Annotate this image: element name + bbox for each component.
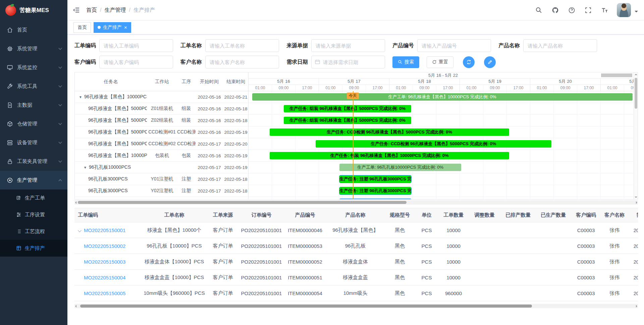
product-code-input[interactable] — [417, 39, 491, 52]
edit-square-icon — [16, 195, 21, 201]
help-button[interactable] — [568, 6, 576, 14]
column-header: 工序 — [177, 79, 196, 85]
fullscreen-button[interactable] — [584, 6, 592, 14]
scroll-down-arrow-icon[interactable] — [635, 197, 637, 198]
sidebar-item-process-flow[interactable]: 工艺流程 — [0, 223, 67, 240]
expand-chevron-icon[interactable] — [78, 228, 82, 232]
sidebar-item-process-settings[interactable]: 工序设置 — [0, 206, 67, 223]
gantt-task-table: 任务名 工作站 工序 开始时间 结束时间 96孔移液盒【黑色】10000PCS … — [75, 72, 249, 199]
breadcrumb-item-home[interactable]: 首页 — [86, 7, 97, 14]
search-submit-button[interactable]: 搜索 — [392, 56, 419, 68]
day-label: 5月 20 — [530, 78, 601, 85]
gantt-bar[interactable]: 生产任务: 注塑 96孔孔板3000PCS 完成比例: 0% — [339, 175, 411, 183]
scrollbar-thumb[interactable] — [80, 305, 532, 308]
search-button[interactable] — [535, 6, 543, 14]
sidebar-item-warehouse[interactable]: 仓储管理 — [0, 114, 67, 133]
customer-name-input[interactable] — [205, 56, 279, 68]
expand-triangle-icon[interactable] — [79, 94, 84, 99]
gantt-task-row[interactable]: 96孔移液盒【黑色】5000PCS Z02组装机 组装 2022-05-16 2… — [75, 115, 248, 126]
gantt-bar[interactable]: 生产任务: 注塑 96孔孔板3000PCS 完成比例: 0% — [339, 199, 411, 199]
work-order-link[interactable]: MO202205150005 — [84, 290, 125, 296]
work-order-name-input[interactable] — [205, 39, 279, 52]
breadcrumb-item-production[interactable]: 生产管理 — [104, 7, 126, 14]
gantt-bar[interactable]: 生产工单: 96孔孔板10000PCS 完成比例: 0% — [339, 164, 461, 171]
app-logo[interactable]: 苦糖果MES — [0, 0, 67, 20]
gantt-task-row[interactable]: 96孔移液盒【黑色】10000PCS 包装机 包装 2022-05-16 202… — [75, 150, 248, 162]
sidebar-item-work-order[interactable]: 生产工单 — [0, 189, 67, 206]
app-title: 苦糖果MES — [19, 6, 49, 14]
work-order-link[interactable]: MO202205150003 — [84, 259, 125, 265]
tab-production-schedule[interactable]: 生产排产 — [94, 22, 131, 33]
scroll-left-arrow-icon[interactable] — [75, 201, 76, 204]
product-name-input[interactable] — [523, 39, 597, 52]
gantt-task-row[interactable]: 96孔移液盒【黑色】5000PCS CCD检测#01 CCD检测 2022-05… — [75, 126, 248, 138]
table-row[interactable]: MO202205150002 96孔孔板【10000】PCS 客户订单 PO20… — [74, 238, 638, 254]
expand-triangle-icon[interactable] — [84, 164, 89, 170]
gantt-task-row[interactable]: 96孔孔板10000PCS 2022-05-17 2022-05-19 — [75, 162, 248, 173]
sidebar-item-production[interactable]: 生产管理 — [0, 171, 67, 189]
scroll-left-arrow-icon[interactable] — [75, 305, 76, 308]
column-header: 订单编号 — [239, 208, 284, 222]
sidebar-item-equipment[interactable]: 设备管理 — [0, 133, 67, 152]
source-doc-input[interactable] — [311, 39, 385, 52]
sync-button[interactable] — [463, 56, 475, 68]
gantt-bar[interactable]: 生产任务: 注塑 96孔孔板3000PCS 完成比例: 0% — [339, 187, 411, 195]
table-horizontal-scrollbar[interactable] — [74, 304, 638, 308]
gantt-bar[interactable]: 生产任务: CCD检测 96孔移液盒【黑色】5000PCS 完成比例: 0% — [316, 140, 552, 148]
sidebar-toggle-button[interactable] — [67, 0, 86, 20]
customer-code-input[interactable] — [99, 56, 173, 68]
sidebar-item-system-monitor[interactable]: 系统监控 — [0, 58, 67, 77]
table-row[interactable]: MO202205150001 移液盒【黑色】10000个 客户订单 PO2022… — [74, 222, 638, 238]
close-icon[interactable] — [124, 25, 127, 30]
filter-field: 产品编号 — [392, 39, 491, 52]
gantt-bar[interactable]: 生产任务: 组装 96孔移液盒【黑色】5000PCS 完成比例: 0% — [284, 105, 411, 112]
reset-button[interactable]: 重置 — [427, 56, 453, 68]
gantt-task-row[interactable]: 96孔移液盒【黑色】5000PCS Z01组装机 组装 2022-05-16 2… — [75, 103, 248, 115]
gantt-vertical-scrollbar[interactable] — [634, 72, 638, 199]
edit-button[interactable] — [484, 56, 496, 68]
sidebar-item-system-tools[interactable]: 系统工具 — [0, 77, 67, 96]
scroll-right-arrow-icon[interactable] — [636, 201, 637, 204]
gantt-task-row[interactable]: 96孔孔板3000PCS Y03注塑机 注塑 2022-05-17 2022-0… — [75, 197, 248, 200]
avatar[interactable] — [617, 3, 631, 17]
gantt-task-row[interactable]: 96孔孔板3000PCS Y01注塑机 注塑 2022-05-17 2022-0… — [75, 173, 248, 185]
filter-label: 工单编码 — [74, 42, 96, 49]
sidebar-item-fixture[interactable]: 工装夹具管理 — [0, 152, 67, 171]
sidebar-item-home[interactable]: 首页 — [0, 20, 67, 39]
gantt-bar[interactable]: 生产任务: CCD检测 96孔移液盒【黑色】5000PCS 完成比例: 0% — [270, 128, 509, 136]
sidebar-item-master-data[interactable]: 主数据 — [0, 96, 67, 114]
gantt-bar[interactable]: 生产任务: 包装 96孔移液盒【黑色】10000PCS 完成比例: 0% — [270, 152, 509, 159]
work-order-link[interactable]: MO202205150002 — [84, 243, 125, 249]
scrollbar-thumb[interactable] — [635, 78, 637, 109]
scroll-right-arrow-icon[interactable] — [636, 305, 637, 308]
sidebar-menu: 首页 系统管理 系统监控 系统工具 主数据 仓储管理 — [0, 20, 67, 257]
work-order-code-input[interactable] — [99, 39, 173, 52]
table-row[interactable]: MO202205150004 移液盒盒盖【10000】PCS 客户订单 PO20… — [74, 270, 638, 285]
gantt-task-row[interactable]: 96孔移液盒【黑色】5000PCS CCD检测#02 CCD检测 2022-05… — [75, 138, 248, 150]
gantt-bar[interactable]: 生产工单: 96孔移液盒【黑色】10000PCS 完成比例: 0% — [252, 93, 633, 101]
filter-label: 产品编号 — [392, 42, 414, 49]
scrollbar-thumb[interactable] — [78, 201, 407, 204]
demand-date-input[interactable] — [311, 56, 385, 68]
tab-bar: 首页 生产排产 — [67, 20, 644, 35]
sync-icon — [466, 59, 472, 65]
sidebar-item-system-admin[interactable]: 系统管理 — [0, 39, 67, 58]
github-button[interactable] — [551, 6, 559, 14]
work-order-link[interactable]: MO202205150001 — [84, 227, 125, 233]
gantt-task-row[interactable]: 96孔孔板3000PCS Y02注塑机 注塑 2022-05-17 2022-0… — [75, 185, 248, 197]
timeline-scrollbar-thumb[interactable] — [601, 73, 632, 77]
column-header: 工单名称 — [142, 208, 207, 222]
sidebar-item-production-schedule[interactable]: 生产排产 — [0, 240, 67, 257]
tab-home[interactable]: 首页 — [73, 22, 91, 33]
work-order-link[interactable]: MO202205150004 — [84, 275, 125, 280]
caret-down-icon[interactable] — [635, 11, 638, 14]
timeline-range: 5月 16 - 5月 22 — [249, 72, 638, 78]
gantt-task-row[interactable]: 96孔移液盒【黑色】10000PCS 2022-05-16 2022-05-21 — [75, 91, 248, 103]
table-row[interactable]: MO202205150005 10mm吸头【960000】PCS 客户订单 PO… — [74, 285, 638, 301]
scroll-up-arrow-icon[interactable] — [635, 74, 637, 75]
font-size-button[interactable] — [600, 6, 608, 14]
table-row[interactable]: MO202205150003 移液盒盒体【10000】PCS 客户订单 PO20… — [74, 254, 638, 270]
gantt-horizontal-scrollbar[interactable] — [74, 200, 638, 205]
gantt-bar[interactable]: 生产任务: 组装 96孔移液盒【黑色】5000PCS 完成比例: 0% — [284, 117, 411, 124]
column-header: 客户编码 — [571, 208, 601, 222]
